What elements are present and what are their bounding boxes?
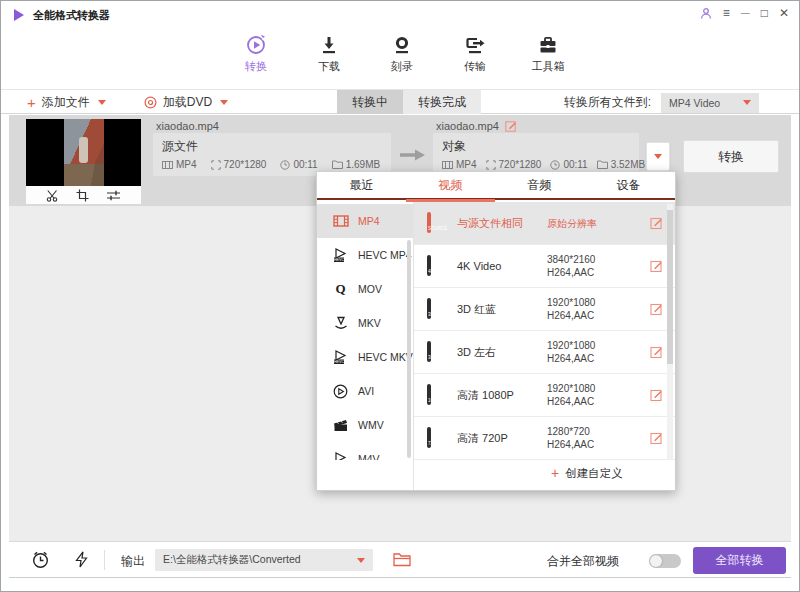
format-item-mov[interactable]: Q MOV <box>317 272 414 306</box>
format-item-avi[interactable]: AVI <box>317 374 414 408</box>
preset-spec: H264,AAC <box>547 309 595 322</box>
mp4-filmstrip-icon <box>332 214 349 228</box>
preset-same-as-source[interactable]: SOURCE 与源文件相同 原始分辨率 <box>414 202 675 245</box>
source-preset-icon: SOURCE <box>427 212 431 233</box>
preset-spec: H264,AAC <box>547 352 595 365</box>
preset-spec: 1920*1080 <box>547 339 595 352</box>
tab-convert-label: 转换 <box>245 59 267 74</box>
footer-bar: 输出 E:\全能格式转换器\Converted 合并全部视频 全部转换 <box>9 541 791 578</box>
convert-all-button[interactable]: 全部转换 <box>693 547 786 574</box>
edit-preset-icon[interactable] <box>650 432 663 445</box>
target-resolution: 720*1280 <box>499 159 542 170</box>
download-icon <box>318 34 340 56</box>
edit-preset-icon[interactable] <box>650 389 663 402</box>
maximize-button[interactable]: □ <box>761 6 768 20</box>
chevron-down-icon <box>743 100 751 105</box>
edit-preset-icon[interactable] <box>650 346 663 359</box>
source-resolution: 720*1280 <box>224 159 267 170</box>
format-item-mp4[interactable]: MP4 <box>317 204 414 238</box>
resolution-icon <box>486 160 496 170</box>
3d-lr-preset-icon: 3D LR <box>427 341 431 362</box>
hevc-play-icon: HEVC <box>332 350 349 365</box>
add-file-label: 添加文件 <box>42 94 90 111</box>
tab-transfer[interactable]: 传输 <box>444 34 506 74</box>
open-folder-icon[interactable] <box>393 552 411 567</box>
format-list-scrollbar[interactable] <box>407 240 411 458</box>
high-speed-bolt-icon[interactable] <box>75 551 88 568</box>
toolbox-icon <box>537 34 559 56</box>
preset-spec: 1920*1080 <box>547 296 595 309</box>
load-dvd-button[interactable]: 加载DVD <box>144 94 228 111</box>
tab-converted[interactable]: 转换完成 <box>403 90 481 114</box>
format-item-wmv[interactable]: WMV <box>317 408 414 442</box>
tab-toolbox[interactable]: 工具箱 <box>517 34 579 74</box>
preset-hd-720p[interactable]: 720P 高清 720P 1280*720H264,AAC <box>414 417 675 460</box>
rename-edit-icon[interactable] <box>505 120 517 132</box>
avi-play-circle-icon <box>332 384 349 399</box>
source-duration: 00:11 <box>293 159 317 170</box>
app-title: 全能格式转换器 <box>33 8 110 23</box>
source-info-box: 源文件 MP4 720*1280 00:11 1.69MB <box>153 133 391 176</box>
crop-icon[interactable] <box>76 189 89 202</box>
filesize-icon <box>597 160 608 169</box>
divider <box>104 550 105 570</box>
source-size: 1.69MB <box>346 159 380 170</box>
preset-hd-1080p[interactable]: 1080P 高清 1080P 1920*1080H264,AAC <box>414 374 675 417</box>
panel-tab-video[interactable]: 视频 <box>406 172 495 198</box>
main-nav: 转换 下载 刻录 传输 <box>1 29 799 90</box>
format-item-hevc-mp4[interactable]: HEVC HEVC MP4 <box>317 238 414 272</box>
target-duration: 00:11 <box>563 159 587 170</box>
minimize-button[interactable]: — <box>741 6 750 20</box>
account-icon[interactable] <box>700 7 712 20</box>
edit-preset-icon[interactable] <box>650 303 663 316</box>
tab-burn[interactable]: 刻录 <box>371 34 433 74</box>
format-item-hevc-mkv[interactable]: HEVC HEVC MKV <box>317 340 414 374</box>
format-item-m4v[interactable]: M4V <box>317 442 414 460</box>
convert-all-to-label: 转换所有文件到: <box>564 94 651 111</box>
wmv-clapperboard-icon <box>332 418 349 432</box>
chevron-down-icon[interactable] <box>98 100 106 105</box>
toggle-knob <box>650 555 662 567</box>
convert-button[interactable]: 转换 <box>683 140 779 173</box>
transfer-icon <box>464 34 486 56</box>
close-button[interactable]: ✕ <box>779 6 789 20</box>
resolution-icon <box>211 160 221 170</box>
tab-convert[interactable]: 转换 <box>225 34 287 74</box>
chevron-down-icon[interactable] <box>220 100 228 105</box>
format-list-column: MP4 HEVC HEVC MP4 Q MOV MKV <box>317 202 414 490</box>
merge-all-toggle[interactable] <box>649 554 681 568</box>
add-file-button[interactable]: + 添加文件 <box>27 94 106 111</box>
filesize-icon <box>332 160 343 169</box>
output-path-select[interactable]: E:\全能格式转换器\Converted <box>155 549 373 571</box>
trim-scissors-icon[interactable] <box>46 189 59 202</box>
preset-3d-anaglyph[interactable]: 3D RB 3D 红蓝 1920*1080H264,AAC <box>414 288 675 331</box>
panel-tab-device[interactable]: 设备 <box>584 172 673 198</box>
panel-tab-audio[interactable]: 音频 <box>495 172 584 198</box>
effects-sliders-icon[interactable] <box>106 189 121 202</box>
tab-burn-label: 刻录 <box>391 59 413 74</box>
m4v-icon <box>332 452 349 460</box>
convert-all-to-select[interactable]: MP4 Video <box>661 93 759 113</box>
format-item-mkv[interactable]: MKV <box>317 306 414 340</box>
source-file-name: xiaodao.mp4 <box>156 120 219 132</box>
schedule-alarm-icon[interactable] <box>31 550 50 569</box>
thumbnail-image <box>26 119 141 186</box>
tab-converting[interactable]: 转换中 <box>337 90 403 114</box>
target-format: MP4 <box>456 159 477 170</box>
panel-tab-recent[interactable]: 最近 <box>317 172 406 198</box>
output-format-dropdown-button[interactable] <box>646 142 670 171</box>
output-path-value: E:\全能格式转换器\Converted <box>163 553 353 567</box>
format-icon <box>162 160 173 170</box>
plus-icon: + <box>551 466 559 481</box>
tab-download[interactable]: 下载 <box>298 34 360 74</box>
convert-all-to-value: MP4 Video <box>669 97 743 109</box>
target-file-name: xiaodao.mp4 <box>436 120 499 132</box>
preset-3d-sbs[interactable]: 3D LR 3D 左右 1920*1080H264,AAC <box>414 331 675 374</box>
preset-scrollbar[interactable] <box>667 210 673 364</box>
menu-icon[interactable]: ≡ <box>723 6 730 20</box>
burn-disc-icon <box>391 34 413 56</box>
preset-4k-video[interactable]: 4K 4K Video 3840*2160H264,AAC <box>414 245 675 288</box>
edit-preset-icon[interactable] <box>650 260 663 273</box>
create-custom-button[interactable]: + 创建自定义 <box>551 466 623 481</box>
edit-preset-icon[interactable] <box>650 217 663 230</box>
